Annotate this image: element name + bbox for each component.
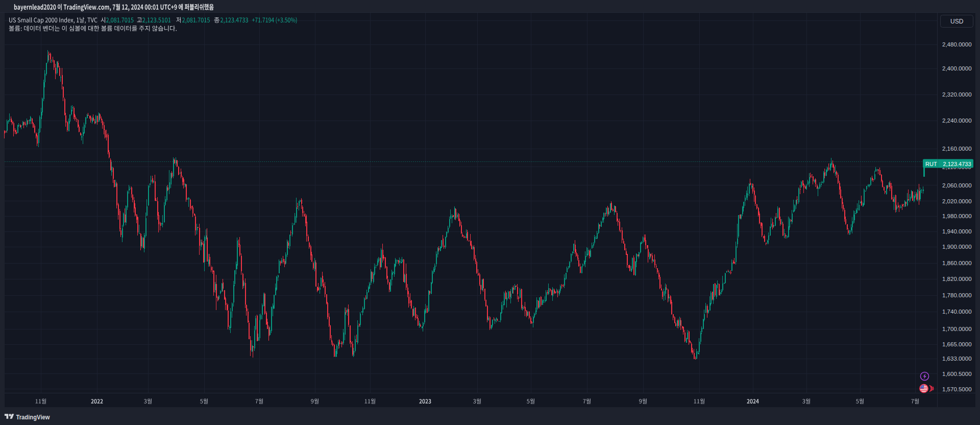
svg-text:USD: USD (950, 18, 964, 25)
svg-text:1,633.0000: 1,633.0000 (942, 356, 972, 362)
svg-text:2,123.4733: 2,123.4733 (943, 161, 971, 167)
svg-text:1,900.0000: 1,900.0000 (942, 244, 972, 250)
svg-text:2,240.0000: 2,240.0000 (942, 117, 972, 124)
svg-text:1,665.0000: 1,665.0000 (942, 341, 972, 347)
svg-text:1,740.0000: 1,740.0000 (942, 309, 972, 315)
svg-text:1,600.5000: 1,600.5000 (942, 371, 972, 377)
svg-text:2,320.0000: 2,320.0000 (942, 91, 972, 98)
svg-text:2,400.0000: 2,400.0000 (942, 65, 972, 72)
svg-text:2,060.0000: 2,060.0000 (942, 182, 972, 188)
svg-text:2,160.0000: 2,160.0000 (942, 146, 972, 152)
svg-text:1,980.0000: 1,980.0000 (942, 213, 972, 219)
svg-text:RUT: RUT (925, 161, 937, 167)
svg-text:TradingView: TradingView (16, 413, 51, 421)
svg-text:2,020.0000: 2,020.0000 (942, 198, 972, 204)
svg-text:2,480.0000: 2,480.0000 (942, 41, 972, 48)
svg-text:1,940.0000: 1,940.0000 (942, 228, 972, 234)
svg-text:1,780.0000: 1,780.0000 (942, 292, 972, 298)
svg-text:1,570.5000: 1,570.5000 (942, 386, 972, 392)
svg-text:1,700.0000: 1,700.0000 (942, 326, 972, 332)
svg-text:1,820.0000: 1,820.0000 (942, 276, 972, 282)
svg-text:1,860.0000: 1,860.0000 (942, 260, 972, 266)
